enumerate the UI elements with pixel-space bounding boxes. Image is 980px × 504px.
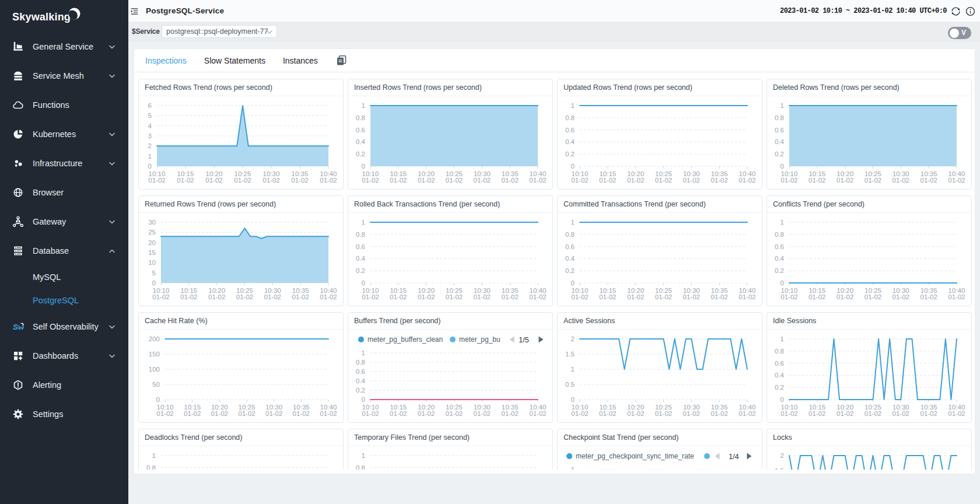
svg-text:0.8: 0.8 [565,114,575,121]
svg-text:01-02: 01-02 [180,293,197,300]
svg-text:10: 10 [148,259,156,266]
svg-text:meter_pg_checkpoint_sync_time_: meter_pg_checkpoint_sync_time_rate [576,452,694,460]
svg-text:01-02: 01-02 [320,293,337,300]
svg-text:01-02: 01-02 [627,293,644,300]
svg-text:01-02: 01-02 [780,293,797,300]
svg-text:0.6: 0.6 [356,243,365,250]
svg-text:01-02: 01-02 [780,177,797,184]
svg-text:100: 100 [149,366,160,373]
svg-text:1: 1 [148,153,152,160]
svg-text:0.4: 0.4 [356,255,366,262]
svg-text:01-02: 01-02 [208,293,225,300]
svg-text:01-02: 01-02 [571,177,588,184]
svg-text:01-02: 01-02 [571,410,588,417]
svg-text:01-02: 01-02 [320,410,337,417]
svg-text:0.4: 0.4 [565,255,575,262]
svg-text:01-02: 01-02 [710,410,727,417]
svg-text:01-02: 01-02 [892,410,909,417]
svg-text:0.2: 0.2 [565,150,575,158]
svg-text:01-02: 01-02 [236,293,253,300]
svg-text:1: 1 [571,102,575,109]
svg-text:0.6: 0.6 [356,368,365,375]
svg-text:01-02: 01-02 [234,177,251,184]
svg-text:01-02: 01-02 [571,293,588,300]
svg-text:0.2: 0.2 [356,267,365,274]
svg-text:1: 1 [362,102,365,109]
svg-text:0: 0 [156,396,160,403]
svg-text:01-02: 01-02 [265,410,282,417]
svg-text:0.2: 0.2 [775,150,784,158]
svg-text:01-02: 01-02 [738,177,755,184]
svg-text:01-02: 01-02 [920,293,937,300]
svg-text:01-02: 01-02 [291,177,308,184]
svg-text:01-02: 01-02 [262,177,279,184]
svg-text:01-02: 01-02 [948,293,965,300]
svg-text:01-02: 01-02 [446,293,463,300]
svg-text:3: 3 [148,132,152,139]
svg-text:0: 0 [148,163,152,170]
svg-text:0: 0 [362,396,365,403]
svg-text:01-02: 01-02 [948,177,965,184]
svg-text:0.6: 0.6 [775,243,784,250]
svg-text:01-02: 01-02 [627,177,644,184]
svg-text:01-02: 01-02 [920,410,937,417]
svg-text:01-02: 01-02 [836,177,853,184]
svg-text:01-02: 01-02 [292,293,309,300]
svg-text:01-02: 01-02 [808,410,825,417]
svg-text:01-02: 01-02 [683,410,700,417]
svg-text:01-02: 01-02 [529,410,546,417]
svg-text:0.8: 0.8 [356,231,365,238]
svg-text:2: 2 [571,335,575,342]
svg-text:0.8: 0.8 [356,464,365,470]
svg-text:0.8: 0.8 [146,464,156,470]
svg-text:0.4: 0.4 [356,377,366,384]
svg-text:01-02: 01-02 [529,177,546,184]
svg-text:1: 1 [362,219,365,226]
svg-text:01-02: 01-02 [864,293,881,300]
svg-text:01-02: 01-02 [920,177,937,184]
svg-text:01-02: 01-02 [501,410,518,417]
svg-text:0: 0 [571,396,575,403]
svg-text:01-02: 01-02 [211,410,228,417]
svg-text:1: 1 [571,366,575,373]
svg-text:200: 200 [149,335,160,342]
svg-text:01-02: 01-02 [627,410,644,417]
svg-text:1.5: 1.5 [775,467,784,470]
svg-text:01-02: 01-02 [655,177,672,184]
svg-text:01-02: 01-02 [474,293,491,300]
svg-text:0.5: 0.5 [565,381,575,388]
svg-text:2: 2 [148,142,152,149]
svg-text:01-02: 01-02 [293,410,310,417]
svg-text:1: 1 [362,349,365,356]
svg-text:0.4: 0.4 [775,255,785,262]
svg-text:01-02: 01-02 [683,177,700,184]
svg-text:15: 15 [148,249,156,256]
svg-text:0.2: 0.2 [356,150,365,158]
svg-text:6: 6 [148,102,152,109]
svg-text:01-02: 01-02 [362,293,379,300]
svg-text:0.2: 0.2 [775,384,784,391]
svg-text:50: 50 [152,381,160,388]
svg-text:01-02: 01-02 [683,293,700,300]
svg-text:01-02: 01-02 [156,410,173,417]
svg-text:01-02: 01-02 [655,293,672,300]
svg-text:01-02: 01-02 [152,293,169,300]
svg-text:0.8: 0.8 [775,114,784,121]
svg-text:0.4: 0.4 [775,138,785,145]
svg-text:0.4: 0.4 [775,372,785,379]
svg-text:0: 0 [152,279,156,286]
svg-text:01-02: 01-02 [184,410,201,417]
svg-text:1: 1 [780,102,784,109]
svg-text:01-02: 01-02 [892,293,909,300]
svg-text:0.8: 0.8 [775,348,784,355]
svg-text:1: 1 [362,452,365,459]
svg-text:0.8: 0.8 [775,231,784,238]
svg-text:1/5: 1/5 [519,336,528,344]
svg-text:01-02: 01-02 [599,177,616,184]
svg-text:01-02: 01-02 [501,177,518,184]
svg-text:01-02: 01-02 [418,293,435,300]
svg-text:01-02: 01-02 [780,410,797,417]
svg-text:1: 1 [780,219,784,226]
svg-text:150: 150 [149,351,160,358]
svg-text:01-02: 01-02 [446,177,463,184]
